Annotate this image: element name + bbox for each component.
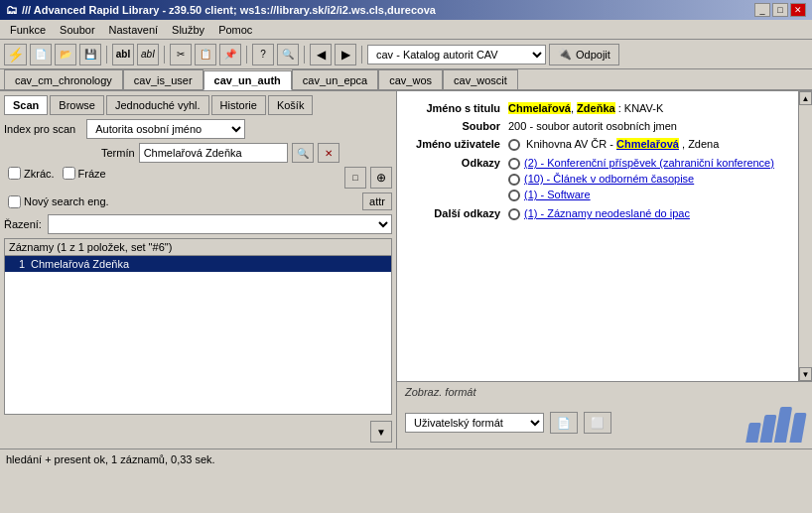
jmeno-uzivatele-value: Knihovna AV ČR - Chmelařová , Zdena: [504, 135, 790, 154]
attr-button[interactable]: attr: [362, 192, 392, 210]
forward-button[interactable]: ▶: [335, 44, 356, 65]
maximize-button[interactable]: □: [772, 3, 788, 17]
checkbox-fraze-text: Fráze: [78, 168, 106, 180]
odpojit-label: Odpojit: [576, 49, 610, 61]
stripe-1: [745, 423, 761, 443]
zoom-out-button[interactable]: □: [344, 167, 366, 189]
search-button[interactable]: 🔍: [292, 143, 314, 163]
checkbox-zkrac-text: Zkrác.: [24, 168, 55, 180]
jmeno-titulu-label: Jméno s titulu: [405, 99, 504, 117]
text-btn-1[interactable]: abI: [112, 44, 134, 65]
logo-area: [747, 403, 804, 443]
options-row: Zkrác. Fráze □ ⊕: [4, 167, 392, 189]
odkaz-1[interactable]: (2) - Konferenční příspěvek (zahraniční …: [524, 157, 774, 169]
jmeno-hl1: Chmelařová: [508, 102, 571, 114]
paste-button[interactable]: 📌: [219, 44, 241, 65]
checkbox-fraze-label[interactable]: Fráze: [63, 167, 106, 180]
results-area: Záznamy (1 z 1 položek, set "#6") 1 Chme…: [4, 238, 392, 415]
scroll-down-btn[interactable]: ▼: [799, 367, 812, 381]
menu-soubor[interactable]: Soubor: [54, 23, 100, 37]
index-row: Index pro scan Autorita osobní jméno: [4, 119, 392, 139]
detail-row-odkazy: Odkazy (2) - Konferenční příspěvek (zahr…: [405, 154, 790, 204]
menu-nastaveni[interactable]: Nastavení: [103, 23, 165, 37]
scroll-down-button[interactable]: ▼: [370, 421, 392, 443]
tab-cav-un-auth[interactable]: cav_un_auth: [203, 70, 292, 90]
menu-sluzby[interactable]: Služby: [166, 23, 210, 37]
tab-cav-un-epca[interactable]: cav_un_epca: [292, 69, 378, 89]
close-button[interactable]: ✕: [790, 3, 806, 17]
sep-5: [361, 46, 362, 64]
detail-row-jmeno-uzivatele: Jméno uživatele Knihovna AV ČR - Chmelař…: [405, 135, 790, 154]
checkbox-new-search-label[interactable]: Nový search eng.: [8, 195, 109, 208]
table-row[interactable]: 1 Chmelařová Zdeňka: [5, 256, 391, 272]
checkbox-zkrac-label[interactable]: Zkrác.: [8, 167, 55, 180]
format-btn-2[interactable]: ⬜: [584, 412, 611, 434]
text-btn-2[interactable]: abI: [137, 44, 159, 65]
odpojit-button[interactable]: 🔌 Odpojit: [549, 44, 619, 65]
format-select[interactable]: Uživatelský formát: [405, 413, 544, 433]
jmeno-hl2: Zdeňka: [577, 102, 615, 114]
title-bar-left: 🗂 /// Advanced Rapid Library - z39.50 cl…: [6, 3, 436, 17]
new-button[interactable]: 📄: [30, 44, 52, 65]
catalog-select[interactable]: cav - Katalog autorit CAV: [367, 45, 546, 64]
title-bar-controls[interactable]: _ □ ✕: [754, 3, 806, 17]
dalsi-odkaz-1[interactable]: (1) - Záznamy neodeslané do ipac: [524, 207, 690, 219]
format-btn-1[interactable]: 📄: [550, 412, 578, 434]
cut-button[interactable]: ✂: [170, 44, 192, 65]
odkaz-2[interactable]: (10) - Článek v odborném časopise: [524, 173, 694, 185]
zoom-in-button[interactable]: ⊕: [370, 167, 392, 189]
bottom-format-area: Zobraz. formát Uživatelský formát 📄 ⬜: [397, 381, 812, 449]
checkbox-zkrac[interactable]: [8, 167, 21, 180]
tab-cav-wos[interactable]: cav_wos: [378, 69, 443, 89]
checkbox-new-search[interactable]: [8, 195, 21, 208]
tab-cav-cm-chronology[interactable]: cav_cm_chronology: [4, 69, 123, 89]
tab-kosik[interactable]: Košík: [268, 95, 314, 115]
bottom-controls-row: Uživatelský formát 📄 ⬜: [405, 403, 804, 443]
magnifier-icon-3: [508, 174, 520, 186]
sep-1: [106, 46, 107, 64]
menu-pomoc[interactable]: Pomoc: [212, 23, 258, 37]
status-bar: hledání + present ok, 1 záznamů, 0,33 se…: [0, 449, 812, 468]
jmeno-uzivatele-post: , Zdena: [682, 138, 719, 150]
tab-cav-is-user[interactable]: cav_is_user: [123, 69, 203, 89]
toolbar-icon-1[interactable]: ⚡: [4, 44, 27, 65]
title-bar: 🗂 /// Advanced Rapid Library - z39.50 cl…: [0, 0, 812, 20]
scroll-up-btn[interactable]: ▲: [799, 91, 812, 105]
open-button[interactable]: 📂: [55, 44, 76, 65]
tab-jednoduche[interactable]: Jednoduché vyhl.: [106, 95, 209, 115]
jmeno-uzivatele-hl[interactable]: Chmelařová: [616, 138, 679, 150]
tab-historie[interactable]: Historie: [211, 95, 266, 115]
menu-funkce[interactable]: Funkce: [4, 23, 52, 37]
left-panel: Scan Browse Jednoduché vyhl. Historie Ko…: [0, 91, 397, 449]
page-icon: 📄: [557, 417, 571, 429]
termin-label: Termín: [101, 147, 135, 159]
stripe-4: [789, 413, 806, 443]
result-text: Chmelařová Zdeňka: [31, 258, 129, 270]
save-button[interactable]: 💾: [79, 44, 101, 65]
razeni-select[interactable]: [48, 214, 392, 234]
right-scrollbar[interactable]: ▲ ▼: [798, 91, 812, 381]
tab-browse[interactable]: Browse: [50, 95, 104, 115]
odkazy-label: Odkazy: [405, 154, 504, 204]
clear-button[interactable]: ✕: [318, 143, 339, 163]
index-select[interactable]: Autorita osobní jméno: [86, 119, 245, 139]
tab-scan[interactable]: Scan: [4, 95, 48, 115]
odkaz-3[interactable]: (1) - Software: [524, 189, 591, 200]
toolbar-icon-2[interactable]: 🔍: [277, 44, 299, 65]
menu-bar: Funkce Soubor Nastavení Služby Pomoc: [0, 20, 812, 40]
zobraz-label: Zobraz. formát: [405, 386, 804, 398]
termin-input[interactable]: [139, 143, 288, 163]
right-panel-scroll-area: Jméno s titulu Chmelařová, Zdeňka : KNAV…: [397, 91, 812, 381]
dalsi-odkazy-label: Další odkazy: [405, 204, 504, 223]
tab-cav-woscit[interactable]: cav_woscit: [443, 69, 518, 89]
help-button[interactable]: ?: [252, 44, 274, 65]
detail-row-soubor: Soubor 200 - soubor autorit osobních jme…: [405, 117, 790, 135]
back-button[interactable]: ◀: [310, 44, 332, 65]
sep-3: [246, 46, 247, 64]
minimize-button[interactable]: _: [754, 3, 770, 17]
toolbar: ⚡ 📄 📂 💾 abI abI ✂ 📋 📌 ? 🔍 ◀ ▶ cav - Kata…: [0, 40, 812, 69]
soubor-label: Soubor: [405, 117, 504, 135]
checkbox-fraze[interactable]: [63, 167, 75, 180]
copy-button[interactable]: 📋: [195, 44, 216, 65]
main-area: Scan Browse Jednoduché vyhl. Historie Ko…: [0, 91, 812, 449]
